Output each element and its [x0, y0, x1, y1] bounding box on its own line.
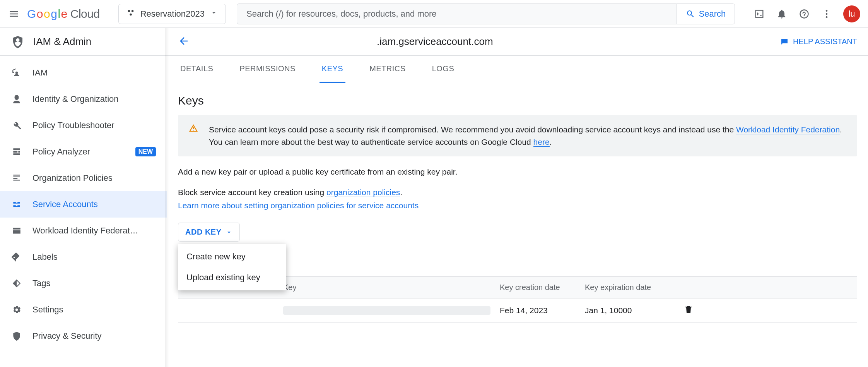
col-expires-header: Key expiration date — [580, 277, 673, 298]
sidebar-item-labels[interactable]: Labels — [0, 244, 167, 270]
sidebar-item-policy-analyzer[interactable]: Policy Analyzer NEW — [0, 139, 167, 165]
svg-point-0 — [128, 10, 130, 12]
tab-details[interactable]: DETAILS — [178, 56, 215, 83]
help-icon[interactable] — [798, 8, 810, 20]
cloud-shell-icon[interactable] — [754, 8, 765, 20]
tab-logs[interactable]: LOGS — [430, 56, 457, 83]
table-row: Feb 14, 2023 Jan 1, 10000 — [178, 298, 857, 322]
keys-heading: Keys — [178, 94, 857, 107]
sidebar-section-title[interactable]: IAM & Admin — [0, 28, 167, 56]
sidebar-item-policy-troubleshooter[interactable]: Policy Troubleshooter — [0, 112, 167, 139]
menu-upload-existing-key[interactable]: Upload existing key — [178, 267, 286, 288]
cell-status — [178, 304, 279, 317]
tag-icon — [11, 278, 22, 288]
warning-icon — [189, 123, 198, 136]
help-assistant-button[interactable]: HELP ASSISTANT — [780, 37, 857, 46]
main-panel: .iam.gserviceaccount.com HELP ASSISTANT … — [167, 28, 868, 367]
project-name: Reservation2023 — [140, 9, 205, 19]
add-key-button[interactable]: ADD KEY — [178, 223, 240, 242]
org-policies-icon — [11, 173, 22, 183]
keys-description: Add a new key pair or upload a public ke… — [178, 167, 857, 177]
notifications-icon[interactable] — [776, 8, 788, 20]
search-input[interactable]: Search (/) for resources, docs, products… — [237, 3, 677, 24]
svg-point-1 — [131, 10, 133, 12]
svg-point-4 — [826, 13, 828, 15]
workload-identity-link[interactable]: Workload Identity Federation — [736, 125, 840, 134]
cell-key — [279, 300, 495, 321]
gear-icon — [11, 305, 22, 315]
shield-icon — [11, 331, 22, 341]
project-icon — [126, 9, 135, 19]
search-icon — [686, 9, 695, 19]
page-header: .iam.gserviceaccount.com HELP ASSISTANT — [167, 28, 868, 56]
sidebar-item-iam[interactable]: IAM — [0, 60, 167, 86]
sidebar-item-settings[interactable]: Settings — [0, 297, 167, 323]
sidebar-item-identity[interactable]: Identity & Organization — [0, 86, 167, 112]
svg-point-3 — [826, 10, 828, 12]
menu-icon[interactable] — [8, 8, 20, 20]
sidebar-item-organization-policies[interactable]: Organization Policies — [0, 165, 167, 191]
page-body: IAM & Admin IAM Identity & Organization … — [0, 28, 868, 367]
sidebar-nav: IAM Identity & Organization Policy Troub… — [0, 56, 167, 367]
organization-policies-link[interactable]: organization policies — [326, 188, 400, 197]
service-accounts-icon — [11, 199, 22, 209]
cell-created: Feb 14, 2023 — [495, 300, 580, 321]
content-area: Keys Service account keys could pose a s… — [167, 83, 868, 367]
svg-point-2 — [130, 13, 132, 15]
menu-create-new-key[interactable]: Create new key — [178, 246, 286, 267]
add-key-dropdown: Create new key Upload existing key — [178, 244, 286, 290]
wrench-icon — [11, 120, 22, 130]
google-cloud-logo[interactable]: Google Cloud — [27, 7, 100, 21]
label-icon — [11, 252, 22, 262]
back-button[interactable] — [178, 35, 190, 48]
col-created-header: Key creation date — [495, 277, 580, 298]
search-button[interactable]: Search — [677, 3, 735, 24]
delete-key-button[interactable] — [673, 298, 704, 322]
cell-expires: Jan 1, 10000 — [580, 300, 673, 321]
sidebar-item-tags[interactable]: Tags — [0, 270, 167, 297]
top-bar: Google Cloud Reservation2023 Search (/) … — [0, 0, 868, 28]
trash-icon — [684, 305, 693, 314]
redacted-account-prefix — [197, 37, 375, 46]
svg-point-5 — [826, 16, 828, 18]
chat-icon — [780, 37, 789, 46]
more-icon[interactable] — [821, 8, 832, 20]
col-key-header: Key — [279, 277, 495, 298]
sidebar-item-service-accounts[interactable]: Service Accounts — [0, 191, 167, 218]
top-utility-icons: lu — [754, 5, 860, 22]
search-placeholder: Search (/) for resources, docs, products… — [246, 9, 437, 19]
tab-metrics[interactable]: METRICS — [367, 56, 408, 83]
dropdown-caret-icon — [226, 229, 232, 236]
iam-icon — [11, 68, 22, 78]
warning-text: Service account keys could pose a securi… — [209, 123, 846, 148]
identity-icon — [11, 94, 22, 104]
chevron-down-icon — [210, 9, 218, 19]
learn-org-policies-link[interactable]: Learn more about setting organization po… — [178, 201, 419, 210]
analyzer-icon — [11, 147, 22, 157]
page-title: .iam.gserviceaccount.com — [197, 36, 493, 48]
sidebar-item-privacy-security[interactable]: Privacy & Security — [0, 323, 167, 349]
policy-links: Block service account key creation using… — [178, 186, 857, 212]
tab-permissions[interactable]: PERMISSIONS — [237, 56, 297, 83]
project-selector[interactable]: Reservation2023 — [118, 4, 226, 24]
sidebar-item-workload-identity[interactable]: Workload Identity Federat… — [0, 218, 167, 244]
workload-icon — [11, 226, 22, 236]
tab-bar: DETAILS PERMISSIONS KEYS METRICS LOGS — [167, 56, 868, 83]
search-container: Search (/) for resources, docs, products… — [237, 3, 735, 24]
security-warning-banner: Service account keys could pose a securi… — [178, 115, 857, 156]
new-badge: NEW — [135, 147, 156, 156]
user-avatar[interactable]: lu — [843, 5, 860, 22]
tab-keys[interactable]: KEYS — [320, 56, 345, 83]
learn-more-here-link[interactable]: here — [533, 137, 550, 147]
sidebar: IAM & Admin IAM Identity & Organization … — [0, 28, 167, 367]
redacted-key-id — [283, 306, 490, 315]
iam-admin-icon — [11, 35, 25, 49]
col-actions-header — [673, 277, 704, 298]
